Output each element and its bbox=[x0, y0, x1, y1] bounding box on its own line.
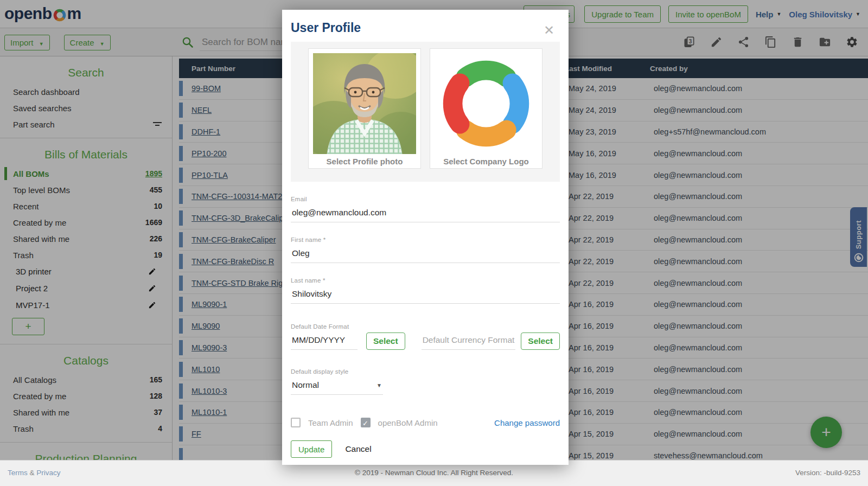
openbom-admin-checkbox[interactable]: ✓ bbox=[361, 418, 371, 427]
update-button[interactable]: Update bbox=[291, 440, 332, 458]
chevron-down-icon: ▼ bbox=[376, 382, 382, 388]
last-name-label: Last name * bbox=[291, 277, 560, 284]
user-profile-modal: User Profile ✕ bbox=[282, 10, 569, 465]
date-format-select-button[interactable]: Select bbox=[366, 332, 405, 350]
display-style-label: Default display style bbox=[291, 368, 383, 375]
profile-photo-caption: Select Profile photo bbox=[313, 154, 416, 169]
version-text: Version: -build-9253 bbox=[795, 469, 860, 477]
select-profile-photo-card[interactable]: Select Profile photo bbox=[308, 48, 421, 169]
email-label: Email bbox=[291, 196, 560, 202]
currency-format-select-button[interactable]: Select bbox=[521, 332, 560, 350]
select-company-logo-card[interactable]: Select Company Logo bbox=[430, 48, 542, 169]
email-field[interactable]: oleg@newmancloud.com bbox=[291, 202, 560, 222]
company-logo bbox=[435, 53, 538, 154]
modal-title: User Profile bbox=[282, 10, 569, 42]
team-admin-checkbox[interactable] bbox=[291, 418, 301, 427]
last-name-field[interactable]: Shilovitsky bbox=[291, 284, 560, 304]
close-icon[interactable]: ✕ bbox=[544, 24, 554, 37]
currency-format-field[interactable]: Default Currency Format bbox=[422, 335, 516, 350]
display-style-dropdown[interactable]: Normal ▼ bbox=[291, 375, 383, 395]
display-style-value: Normal bbox=[292, 380, 319, 390]
photo-section: Select Profile photo Select Company Logo bbox=[291, 42, 560, 182]
first-name-field[interactable]: Oleg bbox=[291, 243, 560, 263]
copyright-text: © 2019 - Newman Cloud Inc. All Right Res… bbox=[0, 469, 868, 477]
profile-photo bbox=[313, 53, 416, 154]
change-password-link[interactable]: Change password bbox=[494, 418, 560, 427]
first-name-label: First name * bbox=[291, 236, 560, 243]
cancel-button[interactable]: Cancel bbox=[345, 444, 371, 454]
company-logo-caption: Select Company Logo bbox=[435, 154, 538, 169]
openbom-admin-label: openBoM Admin bbox=[378, 418, 438, 427]
date-format-label: Default Date Format bbox=[291, 323, 358, 330]
app-root: openb m s Upgrade to Team Invite to open… bbox=[0, 0, 868, 486]
team-admin-label: Team Admin bbox=[308, 418, 353, 427]
date-format-field[interactable]: MM/DD/YYYY bbox=[291, 330, 358, 350]
